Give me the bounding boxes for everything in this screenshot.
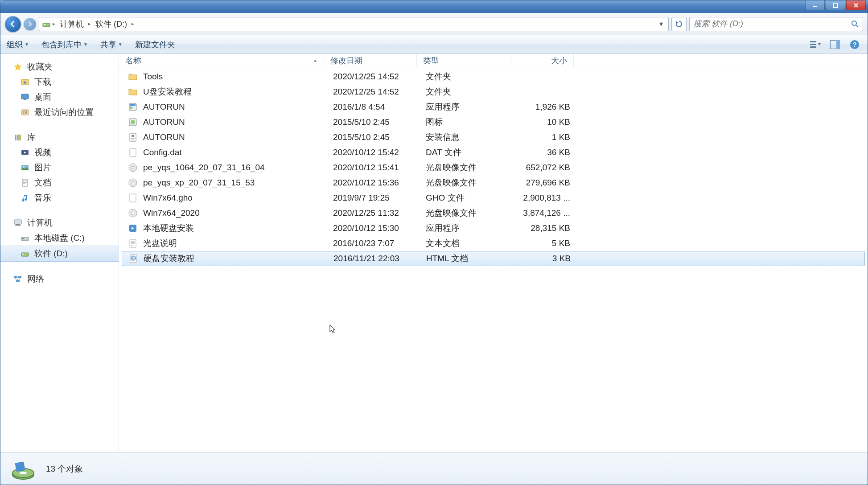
file-row[interactable]: AUTORUN2016/1/8 4:54应用程序1,926 KB	[122, 99, 865, 115]
svg-rect-46	[130, 194, 136, 202]
libraries-group: 库 视频 图片 文档 音乐	[0, 130, 119, 206]
exe-icon	[128, 102, 138, 112]
svg-point-45	[132, 181, 134, 184]
column-date[interactable]: 修改日期	[324, 54, 417, 67]
file-row[interactable]: Win7x64_20202020/12/25 11:32光盘映像文件3,874,…	[122, 206, 865, 221]
file-size: 1 KB	[513, 132, 576, 142]
breadcrumb[interactable]: ▸ 计算机 ▸ 软件 (D:) ▸ ▾	[39, 17, 669, 31]
sidebar-drive-c[interactable]: 本地磁盘 (C:)	[0, 230, 119, 246]
column-size[interactable]: 大小	[510, 54, 574, 67]
file-row[interactable]: Win7x64.gho2019/9/7 19:25GHO 文件2,900,813…	[122, 190, 865, 206]
drive-icon	[20, 233, 30, 243]
file-date: 2016/11/21 22:03	[327, 254, 420, 263]
computer-group: 计算机 本地磁盘 (C:) 软件 (D:)	[0, 215, 119, 262]
column-headers: 名称▲ 修改日期 类型 大小	[119, 54, 868, 67]
sidebar-favorites[interactable]: 收藏夹	[0, 59, 119, 74]
chevron-right-icon[interactable]: ▸	[53, 21, 55, 27]
file-list-area: 名称▲ 修改日期 类型 大小 Tools2020/12/25 14:52文件夹U…	[119, 54, 868, 452]
svg-point-43	[132, 166, 134, 169]
breadcrumb-folder[interactable]: 软件 (D:)	[93, 18, 130, 30]
sidebar-music[interactable]: 音乐	[0, 190, 119, 206]
minimize-button[interactable]	[805, 0, 825, 10]
close-button[interactable]	[846, 0, 866, 10]
new-folder-button[interactable]: 新建文件夹	[135, 39, 175, 50]
search-icon	[851, 20, 859, 28]
sort-ascending-icon: ▲	[313, 58, 317, 63]
forward-button[interactable]	[24, 18, 36, 30]
svg-rect-19	[19, 135, 21, 140]
view-options-button[interactable]	[809, 38, 822, 51]
file-row[interactable]: pe_yqs_1064_20_07_31_16_042020/10/12 15:…	[122, 160, 865, 175]
help-button[interactable]: ?	[848, 38, 861, 51]
star-icon	[13, 62, 23, 72]
file-size: 2,900,813 ...	[513, 193, 576, 203]
file-row[interactable]: Config.dat2020/10/12 15:42DAT 文件36 KB	[122, 145, 865, 160]
preview-pane-button[interactable]	[828, 38, 842, 51]
file-name: 硬盘安装教程	[144, 253, 194, 264]
file-row[interactable]: AUTORUN2015/5/10 2:45安装信息1 KB	[122, 130, 865, 145]
breadcrumb-dropdown[interactable]: ▾	[656, 20, 666, 28]
network-group: 网络	[0, 271, 119, 287]
sidebar-drive-d[interactable]: 软件 (D:)	[0, 246, 119, 262]
search-box[interactable]	[689, 17, 863, 31]
include-library-menu[interactable]: 包含到库中▼	[41, 39, 88, 50]
file-date: 2016/1/8 4:54	[327, 102, 420, 112]
file-row[interactable]: U盘安装教程2020/12/25 14:52文件夹	[122, 84, 865, 99]
file-row[interactable]: AUTORUN2015/5/10 2:45图标10 KB	[122, 115, 865, 130]
svg-point-22	[23, 166, 25, 168]
file-row[interactable]: Tools2020/12/25 14:52文件夹	[122, 69, 865, 84]
maximize-button[interactable]	[826, 0, 845, 10]
sidebar-computer[interactable]: 计算机	[0, 215, 119, 230]
file-name: U盘安装教程	[143, 86, 192, 98]
sidebar-network[interactable]: 网络	[0, 271, 119, 287]
column-name[interactable]: 名称▲	[119, 54, 324, 67]
organize-menu[interactable]: 组织▼	[7, 39, 29, 50]
sidebar-documents[interactable]: 文档	[0, 175, 119, 190]
svg-rect-36	[130, 107, 132, 109]
file-name: Win7x64_2020	[143, 208, 200, 218]
sidebar-recent[interactable]: 最近访问的位置	[0, 105, 119, 120]
file-row[interactable]: 硬盘安装教程2016/11/21 22:03HTML 文档3 KB	[122, 251, 865, 266]
file-name: Config.dat	[143, 148, 182, 157]
file-date: 2019/9/7 19:25	[327, 193, 420, 203]
file-row[interactable]: 光盘说明2016/10/23 7:07文本文档5 KB	[122, 236, 865, 251]
file-name: AUTORUN	[143, 102, 185, 112]
search-input[interactable]	[693, 19, 851, 29]
sidebar-downloads[interactable]: 下载	[0, 74, 119, 90]
svg-rect-26	[15, 225, 21, 226]
sidebar-pictures[interactable]: 图片	[0, 160, 119, 175]
file-size: 3 KB	[514, 254, 577, 263]
share-menu[interactable]: 共享▼	[100, 39, 123, 50]
sidebar-desktop[interactable]: 桌面	[0, 90, 119, 105]
sidebar-libraries[interactable]: 库	[0, 130, 119, 145]
favorites-group: 收藏夹 下载 桌面 最近访问的位置	[0, 59, 119, 120]
file-type: 图标	[420, 116, 513, 128]
file-name: Tools	[143, 72, 163, 82]
svg-text:?: ?	[852, 41, 856, 48]
file-rows[interactable]: Tools2020/12/25 14:52文件夹U盘安装教程2020/12/25…	[119, 67, 868, 452]
app-icon	[128, 223, 138, 233]
folder-icon	[128, 72, 138, 82]
chevron-right-icon[interactable]: ▸	[88, 21, 91, 27]
file-type: 光盘映像文件	[420, 162, 513, 173]
svg-rect-50	[130, 239, 136, 247]
column-type[interactable]: 类型	[417, 54, 510, 67]
refresh-button[interactable]	[671, 17, 687, 31]
svg-rect-56	[15, 461, 25, 472]
file-row[interactable]: pe_yqs_xp_20_07_31_15_532020/10/12 15:36…	[122, 175, 865, 190]
svg-rect-25	[16, 224, 20, 225]
svg-point-40	[132, 135, 134, 137]
file-row[interactable]: 本地硬盘安装2020/10/12 15:30应用程序28,315 KB	[122, 221, 865, 236]
drive-large-icon	[11, 457, 35, 481]
file-name: AUTORUN	[143, 117, 185, 127]
svg-rect-9	[836, 40, 840, 49]
back-button[interactable]	[5, 16, 21, 32]
window-controls	[805, 0, 868, 10]
sidebar-videos[interactable]: 视频	[0, 145, 119, 160]
computer-icon	[13, 218, 23, 228]
file-name: pe_yqs_xp_20_07_31_15_53	[143, 178, 255, 188]
chevron-right-icon[interactable]: ▸	[132, 21, 134, 27]
breadcrumb-computer[interactable]: 计算机	[57, 18, 86, 30]
document-icon	[20, 178, 30, 188]
svg-rect-28	[22, 238, 24, 239]
